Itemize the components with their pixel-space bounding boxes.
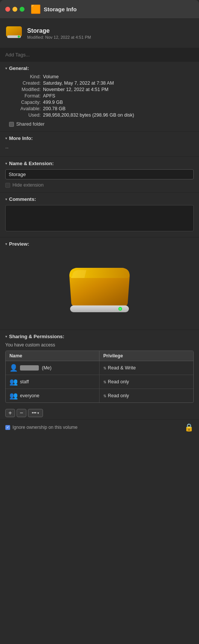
group-icon-everyone: 👥 xyxy=(9,392,18,400)
sharing-chevron-icon: ▾ xyxy=(5,334,7,339)
perm-name-everyone: 👥 everyone xyxy=(6,389,100,402)
comments-section-label: Comments: xyxy=(9,196,36,202)
more-options-button[interactable]: ••• ▾ xyxy=(28,409,43,417)
kind-label: Kind: xyxy=(9,74,43,79)
shared-folder-checkbox[interactable] xyxy=(9,122,14,127)
remove-permission-button[interactable]: − xyxy=(17,409,26,417)
name-extension-chevron-icon: ▾ xyxy=(5,161,7,166)
section-name-extension: ▾ Name & Extension: Hide extension xyxy=(0,157,199,193)
privilege-staff-value: Read only xyxy=(108,379,129,384)
drive-icon: 🟧 xyxy=(31,5,41,14)
updown-arrow-everyone: ⇅ xyxy=(103,394,106,398)
preview-container xyxy=(5,250,194,325)
section-sharing: ▾ Sharing & Permissions: You have custom… xyxy=(0,330,199,420)
file-header-name: Storage xyxy=(27,27,91,34)
close-button[interactable] xyxy=(5,7,10,12)
privilege-me-value: Read & Write xyxy=(108,365,136,371)
svg-rect-0 xyxy=(6,26,22,37)
name-input[interactable] xyxy=(5,169,194,179)
drive-thumbnail-icon xyxy=(5,23,23,41)
permissions-table: Name Privilege 👤 (Me) ⇅ Read & Write 👥 s… xyxy=(5,351,194,403)
perm-col-privilege: Privilege xyxy=(100,351,193,361)
lock-icon[interactable]: 🔒 xyxy=(184,423,194,432)
modified-value: November 12, 2022 at 4:51 PM xyxy=(43,87,194,92)
perm-privilege-staff[interactable]: ⇅ Read only xyxy=(100,375,193,389)
modified-label: Modified: xyxy=(9,87,43,92)
more-info-chevron-icon: ▾ xyxy=(5,136,7,140)
tags-input[interactable] xyxy=(0,48,199,62)
comments-chevron-icon: ▾ xyxy=(5,197,7,201)
everyone-label: everyone xyxy=(20,393,39,398)
footer: ✓ Ignore ownership on this volume 🔒 xyxy=(0,420,199,438)
perm-privilege-everyone[interactable]: ⇅ Read only xyxy=(100,389,193,402)
file-header-info: Storage Modified: Nov 12, 2022 at 4:51 P… xyxy=(27,27,91,39)
shared-folder-row: Shared folder xyxy=(5,122,194,127)
perm-row-me: 👤 (Me) ⇅ Read & Write xyxy=(6,361,193,375)
general-section-body: Kind: Volume Created: Saturday, May 7, 2… xyxy=(0,73,199,131)
capacity-label: Capacity: xyxy=(9,100,43,105)
privilege-everyone-value: Read only xyxy=(108,393,129,398)
section-general: ▾ General: Kind: Volume Created: Saturda… xyxy=(0,62,199,132)
person-icon: 👤 xyxy=(9,364,18,372)
updown-arrow-me: ⇅ xyxy=(103,366,106,370)
fullscreen-button[interactable] xyxy=(20,7,24,12)
created-value: Saturday, May 7, 2022 at 7:38 AM xyxy=(43,80,194,86)
permissions-subtitle: You have custom access xyxy=(0,342,199,351)
more-info-value: -- xyxy=(5,144,194,152)
file-header-modified: Modified: Nov 12, 2022 at 4:51 PM xyxy=(27,35,91,39)
created-label: Created: xyxy=(9,80,43,86)
add-permission-button[interactable]: + xyxy=(5,409,15,417)
titlebar: 🟧 Storage Info xyxy=(0,0,199,19)
section-more-info: ▾ More Info: -- xyxy=(0,132,199,157)
ignore-ownership-checkbox[interactable]: ✓ xyxy=(5,425,10,430)
file-header: Storage Modified: Nov 12, 2022 at 4:51 P… xyxy=(0,19,199,48)
more-info-section-body: -- xyxy=(0,143,199,156)
minimize-button[interactable] xyxy=(12,7,17,12)
perm-name-staff: 👥 staff xyxy=(6,375,100,389)
perm-row-everyone: 👥 everyone ⇅ Read only xyxy=(6,389,193,402)
preview-section-label: Preview: xyxy=(9,241,29,247)
general-section-label: General: xyxy=(9,65,29,71)
preview-drive-icon xyxy=(62,257,137,317)
perm-privilege-me[interactable]: ⇅ Read & Write xyxy=(100,361,193,375)
available-label: Available: xyxy=(9,106,43,111)
section-preview: ▾ Preview: xyxy=(0,237,199,330)
preview-section-header[interactable]: ▾ Preview: xyxy=(0,237,199,249)
format-value: APFS xyxy=(43,93,194,99)
ignore-ownership-label: Ignore ownership on this volume xyxy=(12,425,78,430)
hide-extension-row: Hide extension xyxy=(5,182,194,188)
hide-extension-label: Hide extension xyxy=(12,182,44,188)
general-chevron-icon: ▾ xyxy=(5,66,7,70)
name-extension-section-header[interactable]: ▾ Name & Extension: xyxy=(0,157,199,169)
svg-point-2 xyxy=(18,36,20,38)
more-info-section-header[interactable]: ▾ More Info: xyxy=(0,132,199,143)
hide-extension-checkbox[interactable] xyxy=(5,183,10,188)
perm-row-staff: 👥 staff ⇅ Read only xyxy=(6,375,193,389)
name-extension-section-label: Name & Extension: xyxy=(9,161,54,166)
permissions-toolbar: + − ••• ▾ xyxy=(0,407,199,419)
general-info-table: Kind: Volume Created: Saturday, May 7, 2… xyxy=(5,74,194,118)
window-title: Storage Info xyxy=(44,6,77,12)
group-icon-staff: 👥 xyxy=(9,378,18,386)
comments-section-body xyxy=(0,204,199,237)
comments-textarea[interactable] xyxy=(5,205,194,231)
used-label: Used: xyxy=(9,112,43,118)
section-comments: ▾ Comments: xyxy=(0,193,199,237)
shared-folder-label: Shared folder xyxy=(16,122,44,127)
sharing-section-header[interactable]: ▾ Sharing & Permissions: xyxy=(0,330,199,342)
available-value: 200.78 GB xyxy=(43,106,194,111)
updown-arrow-staff: ⇅ xyxy=(103,380,106,384)
capacity-value: 499.9 GB xyxy=(43,100,194,105)
perm-name-me: 👤 (Me) xyxy=(6,361,100,375)
traffic-lights xyxy=(5,7,24,12)
sharing-section-label: Sharing & Permissions: xyxy=(9,334,64,339)
svg-point-5 xyxy=(119,308,121,310)
perm-col-name: Name xyxy=(6,351,100,361)
me-label: (Me) xyxy=(42,365,52,371)
file-icon-large xyxy=(5,23,23,43)
more-info-section-label: More Info: xyxy=(9,135,33,141)
general-section-header[interactable]: ▾ General: xyxy=(0,62,199,73)
comments-section-header[interactable]: ▾ Comments: xyxy=(0,193,199,204)
format-label: Format: xyxy=(9,93,43,99)
preview-chevron-icon: ▾ xyxy=(5,242,7,246)
